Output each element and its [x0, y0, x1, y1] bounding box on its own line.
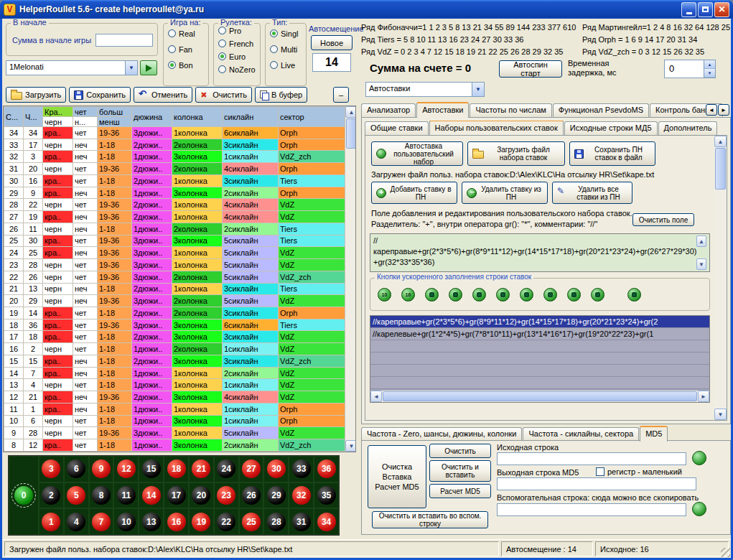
quick-fill-button-5[interactable]	[472, 288, 486, 302]
roulette-number-31[interactable]: 31	[292, 513, 311, 531]
table-row[interactable]: 2113черннеч1-182дюжи..1колонка3сиклайнTi…	[4, 283, 345, 295]
maximize-button[interactable]	[698, 2, 713, 17]
table-row[interactable]: 1836кра..чет19-363дюжи..3колонка6сиклайн…	[4, 319, 345, 331]
table-row[interactable]: 1914кра..чет1-182дюжи..2колонка3сиклайнO…	[4, 307, 345, 319]
scroll-down-icon[interactable]: ▼	[714, 409, 727, 420]
resize-grip[interactable]	[721, 548, 730, 557]
table-row[interactable]: 2719кра..неч19-362дюжи..1колонка4сиклайн…	[4, 211, 345, 223]
md5-button-3[interactable]: Расчет MD5	[429, 484, 491, 498]
main-tab-2[interactable]: Частоты по числам	[470, 103, 551, 117]
table-row[interactable]: 147кра..неч1-181дюжи..1колонка2сиклайнVd…	[4, 367, 345, 379]
roulette-number-3[interactable]: 3	[42, 459, 60, 478]
table-row[interactable]: 3016кра..чет1-182дюжи..1колонка3сиклайнT…	[4, 174, 345, 187]
radio-french[interactable]: French	[218, 37, 260, 50]
quick-fill-button-6[interactable]	[496, 288, 510, 302]
md5-stack-button[interactable]: Очистка Вставка Расчет MD5	[368, 445, 426, 508]
sub-tab-2[interactable]: Исходные строки МД5	[564, 121, 658, 135]
clear-field-button[interactable]: Очистить поле	[632, 213, 694, 226]
quick-fill-button-9[interactable]	[567, 288, 581, 302]
table-row[interactable]: 1221кра..неч19-362дюжи..3колонка4сиклайн…	[4, 391, 345, 403]
sub-tab-1[interactable]: Наборы пользовательских ставок	[429, 121, 564, 135]
add-bet-button[interactable]: Добавить ставку в ПН	[371, 182, 457, 204]
scroll-left-icon[interactable]: ◄	[370, 391, 382, 402]
buffer-button[interactable]: В буфер	[255, 87, 307, 103]
bottom-tab-1[interactable]: Частота - сиклайны, сектора	[523, 427, 639, 441]
scroll-down-icon[interactable]: ▼	[696, 258, 706, 270]
roulette-number-10[interactable]: 10	[117, 513, 136, 531]
table-row[interactable]: 2611черннеч1-181дюжи..2колонка2сиклайнTi…	[4, 223, 345, 235]
roulette-number-11[interactable]: 11	[117, 486, 136, 505]
list-item[interactable]: //карелевые+gr(1*2*4*5)+gr(7*8*10*11)+gr…	[370, 328, 709, 340]
roulette-number-32[interactable]: 32	[292, 486, 311, 505]
chevron-down-icon[interactable]: ▼	[472, 83, 484, 96]
table-row[interactable]: 2226чернчет19-363дюжи..2колонка5сиклайнV…	[4, 271, 345, 283]
spin-up-icon[interactable]: ▲	[704, 60, 715, 69]
md5-aux-action-button[interactable]	[692, 502, 706, 516]
radio-fan[interactable]: Fan	[168, 43, 208, 55]
roulette-number-18[interactable]: 18	[167, 459, 186, 478]
md5-button-2[interactable]: Очистить и вставить	[429, 460, 491, 482]
main-tab-3[interactable]: Функционал PsevdoMS	[553, 103, 649, 117]
table-row[interactable]: 3317черннеч1-182дюжи..2колонка3сиклайнOr…	[4, 139, 345, 151]
roulette-number-26[interactable]: 26	[242, 486, 261, 505]
minimize-button[interactable]	[681, 2, 696, 17]
table-scroll-thumb[interactable]	[346, 118, 356, 149]
roulette-number-13[interactable]: 13	[142, 513, 161, 531]
md5-button-1[interactable]: Очистить	[429, 444, 491, 458]
table-row[interactable]: 134чернчет1-181дюжи..1колонка1сиклайнVdZ	[4, 379, 345, 391]
new-autoshift-button[interactable]: Новое	[311, 35, 353, 50]
source-string-input[interactable]	[497, 452, 686, 465]
roulette-number-9[interactable]: 9	[92, 459, 111, 478]
scroll-right-icon[interactable]: ►	[698, 391, 709, 402]
table-scrollbar[interactable]: ▲ ▼	[345, 106, 356, 452]
table-row[interactable]: 299кра..неч1-181дюжи..3колонка2сиклайнOr…	[4, 187, 345, 199]
roulette-number-24[interactable]: 24	[217, 459, 235, 478]
roulette-number-19[interactable]: 19	[192, 513, 210, 531]
tab-scroll-right-button[interactable]: ►	[718, 104, 729, 116]
save-set-file-button[interactable]: Сохранить ПН ставок в файл	[569, 141, 655, 166]
delete-all-bets-button[interactable]: Удалить все ставки из ПН	[552, 182, 632, 204]
table-row[interactable]: 2530кра..чет19-363дюжи..3колонка5сиклайн…	[4, 235, 345, 247]
radio-real[interactable]: Real	[168, 27, 208, 39]
roulette-number-20[interactable]: 20	[192, 486, 210, 505]
scroll-up-icon[interactable]: ▲	[345, 106, 356, 118]
roulette-number-22[interactable]: 22	[217, 513, 235, 531]
register-checkbox[interactable]	[596, 467, 604, 476]
chevron-down-icon[interactable]: ▼	[125, 61, 137, 75]
paste-aux-button[interactable]: Очистить и вставить во вспом. строку	[372, 511, 488, 528]
start-sum-input[interactable]	[95, 34, 153, 47]
roulette-number-35[interactable]: 35	[317, 486, 336, 505]
quick-fill-button-10[interactable]	[591, 288, 604, 302]
table-row[interactable]: 3120чернчет19-362дюжи..2колонка4сиклайнO…	[4, 163, 345, 175]
panel-scroll-thumb[interactable]	[715, 148, 726, 190]
table-row[interactable]: 1515кра..неч1-182дюжи..3колонка3сиклайнV…	[4, 355, 345, 367]
radio-euro[interactable]: Euro	[218, 50, 260, 62]
close-button[interactable]: ✕	[714, 2, 729, 17]
quick-fill-button-4[interactable]	[449, 288, 462, 302]
list-horizontal-scrollbar[interactable]: ◄ ►	[370, 391, 709, 402]
roulette-number-27[interactable]: 27	[242, 459, 261, 478]
quick-fill-button-1[interactable]: 10	[378, 288, 391, 302]
load-button[interactable]: Загрузить	[6, 87, 66, 103]
roulette-number-14[interactable]: 14	[142, 486, 161, 505]
roulette-number-30[interactable]: 30	[267, 459, 286, 478]
autospin-start-button[interactable]: Автоспин старт	[499, 60, 562, 78]
panel-scrollbar[interactable]: ▲ ▼	[714, 136, 727, 420]
radio-singl[interactable]: Singl	[270, 27, 306, 39]
roulette-number-2[interactable]: 2	[42, 486, 60, 505]
table-row[interactable]: 323кра..неч1-181дюжи..3колонка1сиклайнVd…	[4, 151, 345, 163]
roulette-number-1[interactable]: 1	[42, 513, 60, 531]
clear-button[interactable]: Очистить	[195, 87, 252, 103]
md5-source-action-button[interactable]	[692, 451, 706, 465]
roulette-number-15[interactable]: 15	[142, 459, 161, 478]
table-row[interactable]: 3434кра..чет19-363дюжи..1колонка6сиклайн…	[4, 127, 345, 139]
quick-fill-button-2[interactable]: 16	[401, 288, 415, 302]
tab-scroll-left-button[interactable]: ◄	[706, 104, 717, 116]
quick-fill-button-3[interactable]	[425, 288, 439, 302]
roulette-number-5[interactable]: 5	[67, 486, 85, 505]
radio-nozero[interactable]: NoZero	[218, 63, 260, 75]
roulette-number-36[interactable]: 36	[317, 459, 336, 478]
bottom-tab-0[interactable]: Частота - Zero, шансы, дюжины, колонки	[361, 427, 522, 441]
roulette-number-29[interactable]: 29	[267, 486, 286, 505]
spin-down-icon[interactable]: ▼	[704, 69, 715, 78]
